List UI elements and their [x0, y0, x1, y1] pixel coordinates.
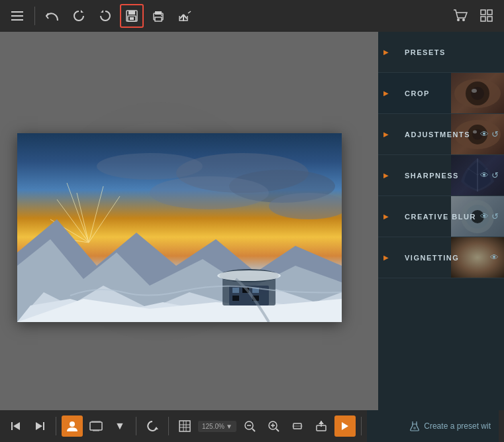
create-preset-label: Create a preset wit	[424, 421, 491, 431]
zoom-in-button[interactable]	[263, 415, 284, 437]
svg-marker-69	[154, 427, 158, 429]
crop-chevron: ▶	[383, 89, 389, 97]
svg-rect-70	[179, 421, 190, 431]
next-step-icon	[340, 421, 350, 431]
presets-chevron: ▶	[383, 48, 389, 56]
adjustments-reset-icon[interactable]: ↺	[491, 129, 499, 139]
sharpness-reset-icon[interactable]: ↺	[491, 170, 499, 180]
fit-screen-button[interactable]	[287, 415, 308, 437]
svg-point-10	[161, 15, 162, 16]
adjustments-eye-icon[interactable]: 👁	[480, 129, 489, 139]
separator-bottom-1	[56, 417, 56, 435]
svg-rect-68	[93, 430, 99, 431]
rotate-button[interactable]	[142, 415, 163, 437]
svg-rect-1	[11, 15, 23, 17]
next-icon	[34, 421, 45, 431]
next-step-button[interactable]	[334, 415, 356, 437]
grid-overlay-button[interactable]	[174, 415, 195, 437]
zoom-out-button[interactable]	[239, 415, 260, 437]
presets-label: PRESETS	[389, 48, 504, 56]
creative-blur-reset-icon[interactable]: ↺	[491, 211, 499, 221]
panel-item-sharpness[interactable]: ▶ SHARPNESS 👁 ↺	[378, 155, 504, 196]
redo-button[interactable]	[93, 4, 117, 28]
svg-point-65	[70, 421, 75, 427]
adjustments-icons: 👁 ↺	[480, 129, 504, 139]
filmstrip-dropdown[interactable]: ▼	[109, 415, 130, 437]
svg-line-12	[188, 11, 191, 13]
svg-point-89	[413, 427, 416, 429]
svg-rect-44	[232, 296, 239, 301]
svg-rect-4	[128, 11, 135, 15]
zoom-display[interactable]: 125.0% ▼	[198, 421, 236, 432]
right-panel: ▶ PRESETS ▶ CROP ▶ ADJUSTMENTS 👁	[378, 32, 504, 410]
next-button[interactable]	[29, 415, 50, 437]
svg-rect-41	[232, 288, 239, 293]
creative-blur-eye-icon[interactable]: 👁	[480, 211, 489, 221]
svg-rect-8	[155, 17, 162, 21]
cart-icon	[453, 9, 468, 23]
panel-item-crop[interactable]: ▶ CROP	[378, 73, 504, 114]
sharpness-icons: 👁 ↺	[480, 170, 504, 180]
export-button[interactable]	[311, 415, 332, 437]
export-icon	[315, 420, 327, 432]
create-preset-button[interactable]: Create a preset wit	[409, 421, 491, 431]
share-button[interactable]	[173, 4, 197, 28]
rotate-icon	[146, 420, 158, 432]
svg-point-46	[217, 270, 281, 281]
separator-bottom-3	[168, 417, 169, 435]
sharpness-chevron: ▶	[383, 172, 389, 179]
print-icon	[152, 9, 165, 23]
separator-1	[34, 7, 35, 25]
bottom-toolbar: ▼ 125.0% ▼	[0, 410, 504, 442]
creative-blur-chevron: ▶	[383, 213, 389, 220]
zoom-dropdown-arrow: ▼	[226, 423, 232, 430]
photo-container	[17, 133, 342, 322]
cart-button[interactable]	[448, 4, 472, 28]
sharpness-eye-icon[interactable]: 👁	[480, 170, 489, 180]
creative-blur-label: CREATIVE BLUR	[389, 213, 480, 221]
separator-bottom-4	[361, 417, 362, 435]
svg-rect-15	[481, 10, 485, 15]
svg-rect-67	[91, 421, 101, 422]
svg-marker-64	[36, 422, 42, 430]
vignetting-eye-icon[interactable]: 👁	[490, 252, 499, 262]
first-icon	[11, 421, 21, 431]
panel-item-vignetting[interactable]: ▶ VIGNETTING 👁	[378, 237, 504, 278]
undo-history-icon	[72, 9, 85, 23]
grid-overlay-icon	[179, 420, 191, 432]
crop-label: CROP	[389, 89, 504, 97]
undo-icon	[46, 10, 59, 22]
fit-screen-icon	[291, 420, 303, 432]
menu-button[interactable]	[5, 4, 29, 28]
zoom-in-icon	[268, 420, 279, 432]
first-button[interactable]	[5, 415, 26, 437]
svg-rect-16	[487, 10, 492, 15]
svg-point-32	[150, 176, 269, 209]
undo-history-button[interactable]	[67, 4, 91, 28]
svg-line-77	[252, 429, 255, 431]
sharpness-label: SHARPNESS	[389, 172, 480, 180]
svg-point-13	[457, 19, 460, 21]
svg-marker-86	[319, 421, 324, 424]
profile-icon	[66, 420, 78, 432]
panel-item-adjustments[interactable]: ▶ ADJUSTMENTS 👁 ↺	[378, 114, 504, 155]
main-area: ▶ PRESETS ▶ CROP ▶ ADJUSTMENTS 👁	[0, 32, 504, 410]
grid-button[interactable]	[475, 4, 499, 28]
zoom-out-icon	[244, 420, 256, 432]
grid-icon	[480, 9, 493, 23]
panel-item-creative-blur[interactable]: ▶ CREATIVE BLUR 👁 ↺	[378, 196, 504, 237]
save-button[interactable]	[120, 4, 144, 28]
adjustments-chevron: ▶	[383, 131, 389, 138]
profile-button[interactable]	[62, 415, 83, 437]
undo-button[interactable]	[40, 4, 64, 28]
creative-blur-icons: 👁 ↺	[480, 211, 504, 221]
print-button[interactable]	[146, 4, 170, 28]
svg-point-30	[97, 153, 203, 180]
vignetting-icons: 👁	[490, 252, 504, 262]
svg-point-14	[462, 19, 465, 21]
filmstrip-button[interactable]	[85, 415, 107, 437]
top-toolbar	[0, 0, 504, 32]
panel-item-presets[interactable]: ▶ PRESETS	[378, 32, 504, 73]
redo-icon	[99, 9, 112, 23]
svg-rect-6	[130, 17, 134, 20]
